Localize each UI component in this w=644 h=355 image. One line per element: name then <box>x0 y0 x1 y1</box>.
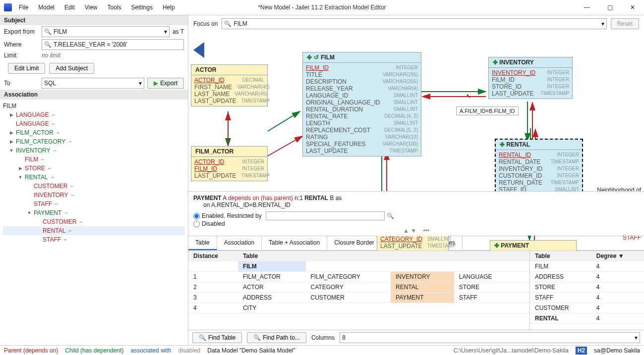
columns-spinner[interactable]: 8▾ <box>340 332 640 343</box>
tree-node[interactable]: CUSTOMER ← <box>3 217 185 226</box>
focus-label: Focus on <box>193 20 218 27</box>
chevron-down-icon: ▾ <box>601 20 604 27</box>
close-button[interactable]: ✕ <box>621 0 644 15</box>
menu-help[interactable]: Help <box>159 3 179 12</box>
svg-line-3 <box>268 136 302 156</box>
back-arrow-icon[interactable] <box>193 42 204 58</box>
distance-table[interactable]: DistanceTable FILM1FILM_ACTORFILM_CATEGO… <box>188 251 529 313</box>
where-input[interactable]: 🔍 T.RELEASE_YEAR = '2006' <box>42 39 184 50</box>
where-value: T.RELEASE_YEAR = '2006' <box>54 41 127 48</box>
status-bar: Parent (depends on) Child (has dependent… <box>0 345 644 355</box>
tree-root[interactable]: FILM <box>3 101 185 110</box>
plus-icon: ✤ <box>493 59 498 66</box>
tree-node[interactable]: ▶FILM_ACTOR → <box>3 128 185 137</box>
enabled-radio[interactable] <box>193 213 200 219</box>
search-icon: 🔍 <box>253 334 261 341</box>
search-icon: 🔍 <box>224 20 232 27</box>
svg-line-2 <box>268 111 300 131</box>
tree-node[interactable]: ▼RENTAL → <box>3 173 185 182</box>
where-label: Where <box>4 41 39 48</box>
edit-limit-button[interactable]: Edit Limit <box>8 63 45 74</box>
limit-label: Limit <box>4 52 39 59</box>
maximize-button[interactable]: ▢ <box>598 0 621 15</box>
tree-node[interactable]: ▶LANGUAGE ← <box>3 110 185 119</box>
tree-node[interactable]: CUSTOMER ← <box>3 182 185 191</box>
menu-view[interactable]: View <box>81 3 102 12</box>
export-button[interactable]: ▶ Export <box>147 78 184 89</box>
degree-table[interactable]: TableDegree ▼ FILM4ADDRESS4STORE4STAFF4C… <box>530 251 644 324</box>
relation-panel: PAYMENT A depends on (has parent) n:1 RE… <box>188 191 644 236</box>
columns-label: Columns <box>311 334 335 341</box>
app-icon <box>4 3 12 11</box>
menu-settings[interactable]: Settings <box>127 3 157 12</box>
association-tree[interactable]: FILM ▶LANGUAGE ←LANGUAGE ←▶FILM_ACTOR →▶… <box>0 100 188 345</box>
tree-node[interactable]: STAFF ← <box>3 235 185 244</box>
search-icon: 🔍 <box>44 28 52 35</box>
h2-badge: H2 <box>576 347 587 355</box>
menu-edit[interactable]: Edit <box>60 3 79 12</box>
fk-tooltip: A.FILM_ID=B.FILM_ID <box>456 106 519 115</box>
tree-node[interactable]: ▶STORE ← <box>3 164 185 173</box>
menu-model[interactable]: Model <box>34 3 59 12</box>
search-icon[interactable]: 🔍 <box>387 212 394 219</box>
play-icon: ▶ <box>154 80 158 87</box>
plus-icon: ✤ <box>494 242 499 249</box>
minimize-button[interactable]: — <box>576 0 598 15</box>
subject-header: Subject <box>0 15 188 25</box>
table-payment[interactable]: ✤ PAYMENT <box>490 240 577 251</box>
to-value: SQL <box>44 80 56 87</box>
chevron-down-icon: ▾ <box>635 334 638 341</box>
find-path-button[interactable]: 🔍Find Path to... <box>247 332 306 343</box>
menu-file[interactable]: File <box>15 3 32 12</box>
find-table-button[interactable]: 🔍Find Table <box>192 332 242 343</box>
table-film[interactable]: ✤ ↺ FILM FILM_IDINTEGERTITLEVARCHAR(255)… <box>302 52 421 156</box>
tree-node[interactable]: ▼INVENTORY → <box>3 146 185 155</box>
add-subject-button[interactable]: Add Subject <box>49 63 94 74</box>
tree-node[interactable]: INVENTORY ← <box>3 191 185 200</box>
table-film-actor[interactable]: FILM_ACTOR ACTOR_IDINTEGERFILM_IDINTEGER… <box>191 146 268 181</box>
export-from-value: FILM <box>54 28 67 35</box>
plus-icon: ✤ <box>500 141 505 148</box>
search-icon: 🔍 <box>44 41 52 48</box>
menu-tools[interactable]: Tools <box>104 3 125 12</box>
tree-node[interactable]: RENTAL ← <box>3 226 185 235</box>
cursor-icon: ↖ <box>466 93 473 101</box>
as-t-label: as T <box>173 28 184 35</box>
tree-node[interactable]: ▼PAYMENT → <box>3 208 185 217</box>
tree-node[interactable]: ▶FILM_CATEGORY → <box>3 137 185 146</box>
tree-node[interactable]: STAFF ← <box>3 200 185 208</box>
restricted-by-input[interactable] <box>266 211 385 220</box>
export-from-combo[interactable]: 🔍 FILM ▾ <box>42 26 170 37</box>
limit-value: no limit <box>42 52 60 59</box>
refresh-icon: ↺ <box>314 54 319 61</box>
plus-icon: ✤ <box>307 54 312 61</box>
chevron-down-icon: ▾ <box>164 28 167 35</box>
tree-node[interactable]: LANGUAGE ← <box>3 119 185 128</box>
menubar: File Model Edit View Tools Settings Help <box>15 3 179 12</box>
reset-button[interactable]: Reset <box>611 18 639 29</box>
chevron-down-icon: ▾ <box>139 80 142 87</box>
association-header: Association <box>0 90 188 100</box>
table-inventory[interactable]: ✤ INVENTORY INVENTORY_IDINTEGERFILM_IDIN… <box>488 57 573 99</box>
table-actor[interactable]: ACTOR ACTOR_IDDECIMALFIRST_NAMEVARCHAR(4… <box>191 64 268 106</box>
tree-node[interactable]: FILM ← <box>3 155 185 164</box>
focus-combo[interactable]: 🔍 FILM ▾ <box>222 18 606 29</box>
to-label: To <box>4 80 39 87</box>
search-icon: 🔍 <box>199 334 206 341</box>
export-from-label: Export from <box>4 28 39 35</box>
disabled-radio[interactable] <box>193 221 200 227</box>
to-combo[interactable]: SQL ▾ <box>42 78 144 89</box>
